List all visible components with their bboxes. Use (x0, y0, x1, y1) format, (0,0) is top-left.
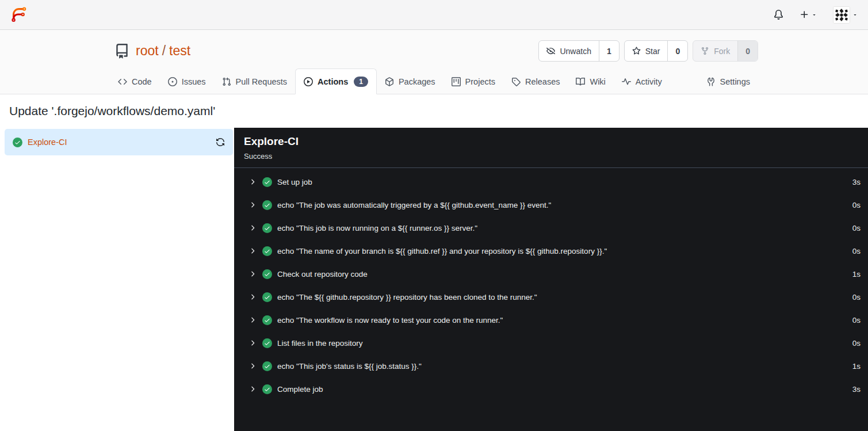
check-circle-icon (262, 338, 272, 348)
tag-icon (511, 77, 521, 86)
chevron-right-icon[interactable] (248, 339, 257, 347)
count-badge[interactable]: 1 (599, 41, 619, 61)
pull-request-icon (222, 77, 231, 86)
step-name: echo "This job's status is ${{ job.statu… (277, 362, 422, 371)
step-row[interactable]: echo "The job was automatically triggere… (234, 193, 868, 216)
step-row[interactable]: echo "The workflow is now ready to test … (234, 308, 868, 331)
step-row[interactable]: List files in the repository 0s (234, 331, 868, 354)
step-duration: 0s (846, 247, 861, 255)
chevron-right-icon[interactable] (248, 201, 257, 209)
repo-action-buttons: Unwatch 1 Star 0 For (538, 40, 758, 62)
step-name: echo "The job was automatically triggere… (277, 201, 551, 209)
forgejo-logo[interactable] (10, 6, 28, 24)
repo-title-row: root/test Unwatch 1 Star (110, 30, 758, 68)
repo-owner-link[interactable]: root (136, 43, 159, 58)
check-circle-icon (262, 177, 272, 187)
tab-settings[interactable]: Settings (698, 68, 758, 94)
step-row[interactable]: echo "This job's status is ${{ job.statu… (234, 354, 868, 377)
project-icon (452, 77, 461, 86)
repo-name-link[interactable]: test (169, 43, 190, 58)
step-name: Set up job (277, 178, 312, 186)
step-name: echo "The workflow is now ready to test … (277, 316, 503, 325)
chevron-right-icon[interactable] (248, 270, 257, 278)
top-navbar (0, 0, 868, 30)
check-circle-icon (262, 292, 272, 302)
job-title: Explore-CI (244, 135, 858, 148)
check-circle-icon (262, 269, 272, 279)
tab-packages[interactable]: Packages (377, 68, 443, 94)
book-icon (576, 77, 585, 86)
tab-pull-requests[interactable]: Pull Requests (214, 68, 295, 94)
tab-wiki[interactable]: Wiki (568, 68, 613, 94)
step-duration: 0s (846, 293, 861, 302)
triangle-down-icon (852, 12, 858, 17)
chevron-right-icon[interactable] (248, 178, 257, 186)
chevron-right-icon[interactable] (248, 385, 257, 393)
user-avatar (833, 6, 850, 24)
check-circle-icon (262, 315, 272, 325)
check-circle-icon (262, 384, 272, 394)
step-list: Set up job 3s echo "The job was automati… (234, 168, 868, 431)
chevron-right-icon[interactable] (248, 316, 257, 324)
play-circle-icon (304, 77, 313, 86)
check-circle-icon (13, 138, 22, 147)
repo-action-unwatch: Unwatch 1 (538, 40, 619, 62)
issue-icon (168, 77, 177, 86)
step-row[interactable]: Complete job 3s (234, 377, 868, 401)
actions-count-badge: 1 (354, 77, 368, 87)
job-log-panel: Explore-CI Success Set up job 3s (234, 128, 868, 431)
breadcrumb-separator: / (159, 43, 169, 58)
tools-icon (706, 77, 716, 86)
tab-code[interactable]: Code (110, 68, 160, 94)
step-row[interactable]: echo "This job is now running on a ${{ r… (234, 216, 868, 239)
chevron-right-icon[interactable] (248, 247, 257, 255)
bell-icon (774, 10, 783, 20)
step-duration: 1s (846, 270, 861, 279)
code-icon (118, 77, 127, 86)
star-icon (632, 47, 641, 55)
step-row[interactable]: Check out repository code 1s (234, 262, 868, 285)
step-row[interactable]: Set up job 3s (234, 170, 868, 193)
workflow-run-view: Explore-CI Explore-CI Success (0, 128, 868, 431)
step-duration: 0s (846, 316, 861, 325)
step-name: echo "The name of your branch is ${{ git… (277, 247, 607, 255)
notifications-button[interactable] (774, 10, 783, 20)
job-log-header: Explore-CI Success (234, 128, 868, 168)
tab-activity[interactable]: Activity (614, 68, 670, 94)
step-duration: 0s (846, 224, 861, 232)
tab-projects[interactable]: Projects (443, 68, 503, 94)
check-circle-icon (262, 361, 272, 371)
chevron-right-icon[interactable] (248, 293, 257, 301)
plus-icon (800, 10, 809, 20)
chevron-right-icon[interactable] (248, 362, 257, 370)
step-duration: 3s (846, 385, 861, 394)
tab-actions[interactable]: Actions 1 (295, 68, 377, 94)
count-badge[interactable]: 0 (737, 41, 758, 61)
job-status-text: Success (244, 152, 858, 161)
step-duration: 3s (846, 178, 861, 186)
step-duration: 1s (846, 362, 861, 371)
chevron-right-icon[interactable] (248, 224, 257, 232)
user-menu-button[interactable] (833, 6, 858, 24)
fork-icon (701, 47, 709, 55)
job-item-explore-ci[interactable]: Explore-CI (5, 129, 233, 155)
step-row[interactable]: echo "The name of your branch is ${{ git… (234, 239, 868, 262)
forgejo-actions-page: root/test Unwatch 1 Star (0, 0, 868, 431)
step-row[interactable]: echo "The ${{ github.repository }} repos… (234, 285, 868, 308)
count-badge[interactable]: 0 (667, 41, 687, 61)
pulse-icon (622, 77, 631, 86)
step-duration: 0s (846, 201, 861, 209)
check-circle-icon (262, 246, 272, 256)
step-name: echo "This job is now running on a ${{ r… (277, 224, 477, 232)
check-circle-icon (262, 200, 272, 210)
tab-releases[interactable]: Releases (503, 68, 568, 94)
sync-icon[interactable] (216, 138, 225, 147)
tab-issues[interactable]: Issues (160, 68, 214, 94)
create-new-button[interactable] (800, 10, 817, 20)
breadcrumb: root/test (136, 43, 190, 59)
step-duration: 0s (846, 339, 861, 348)
package-icon (385, 77, 394, 86)
step-name: List files in the repository (277, 339, 363, 348)
repo-tabs: Code Issues Pull Requests Actions 1 (110, 68, 758, 94)
eye-closed-icon (546, 47, 555, 55)
